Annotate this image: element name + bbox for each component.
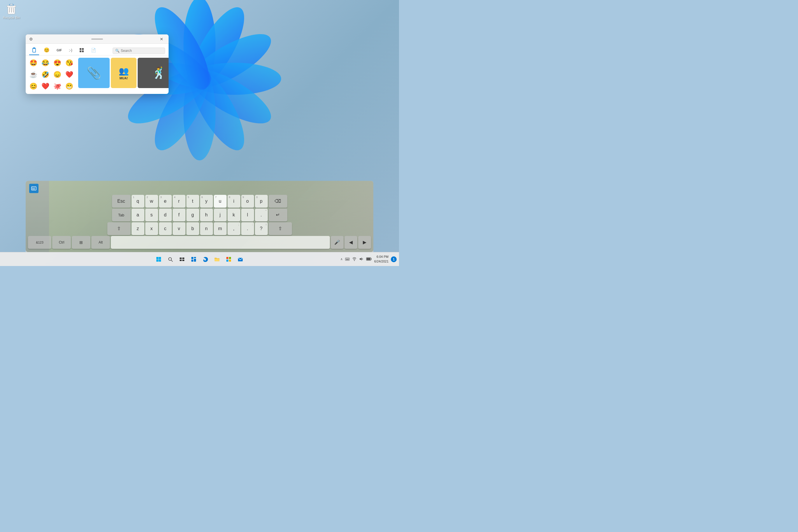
key-m[interactable]: m	[214, 222, 227, 235]
emoji-heart[interactable]: ❤️	[64, 70, 74, 80]
key-w[interactable]: 2w	[145, 195, 158, 208]
key-tab[interactable]: Tab	[112, 209, 131, 221]
key-y[interactable]: 6y	[200, 195, 213, 208]
emoji-rofl[interactable]: 🤣	[40, 70, 51, 80]
key-x[interactable]: x	[145, 222, 158, 235]
key-question[interactable]: ?!	[255, 222, 268, 235]
key-mic[interactable]: 🎤	[331, 236, 344, 249]
search-input[interactable]	[121, 49, 163, 53]
tray-volume[interactable]	[359, 256, 364, 262]
key-i[interactable]: 8i	[228, 195, 240, 208]
emoji-octopus[interactable]: 🐙	[52, 81, 62, 92]
settings-icon[interactable]: ⚙	[29, 37, 33, 41]
svg-rect-31	[156, 259, 159, 262]
panel-tabs: 😊 GIF ;-) 📄 🔍	[26, 44, 169, 55]
key-ctrl[interactable]: Ctrl	[52, 236, 71, 249]
key-h[interactable]: h	[200, 209, 213, 221]
gif-dancing[interactable]: 🕺💃	[138, 58, 169, 88]
taskbar-search[interactable]	[165, 254, 176, 265]
taskbar-task-view[interactable]	[177, 254, 187, 265]
svg-rect-51	[347, 259, 348, 259]
key-d[interactable]: d	[159, 209, 172, 221]
emoji-sad[interactable]: 😞	[52, 70, 62, 80]
key-right-arrow[interactable]: ▶	[358, 236, 371, 249]
tab-kaomoji[interactable]: ;-)	[66, 47, 74, 55]
emoji-kissing[interactable]: 😘	[64, 58, 74, 68]
svg-rect-19	[32, 188, 33, 188]
key-symbols[interactable]: &123	[28, 236, 51, 249]
taskbar-mail[interactable]	[235, 254, 246, 265]
input-panel: ⚙ ✕ 😊 GIF ;-) 📄 🔍	[26, 34, 169, 94]
emoji-section: 🤩 😂 😍 😘 ☕ 🤣 😞 ❤️ 😊 ❤️ 🐙 😁	[26, 55, 77, 94]
recycle-bin-icon	[5, 3, 17, 15]
key-n[interactable]: n	[200, 222, 213, 235]
tray-keyboard[interactable]	[345, 256, 350, 262]
key-s[interactable]: s	[145, 209, 158, 221]
emoji-coffee[interactable]: ☕	[28, 70, 38, 80]
taskbar-edge[interactable]	[200, 254, 211, 265]
key-b[interactable]: b	[186, 222, 199, 235]
search-box[interactable]: 🔍	[113, 48, 165, 54]
tab-symbols[interactable]	[77, 47, 86, 55]
key-z[interactable]: z	[132, 222, 145, 235]
key-j[interactable]: j	[214, 209, 227, 221]
recycle-bin[interactable]: Recycle Bin	[3, 3, 20, 19]
svg-rect-21	[34, 188, 35, 188]
key-o[interactable]: 9o	[241, 195, 254, 208]
tray-show-hidden[interactable]: ∧	[340, 257, 343, 261]
tab-clipboard[interactable]	[29, 46, 39, 55]
svg-point-33	[169, 258, 171, 261]
start-button[interactable]	[153, 254, 164, 265]
tab-emoji[interactable]: 😊	[41, 46, 52, 55]
emoji-smile[interactable]: 😊	[28, 81, 38, 92]
emoji-starstruck[interactable]: 🤩	[28, 58, 38, 68]
key-period-row2[interactable]: ."	[255, 209, 268, 221]
svg-rect-47	[229, 260, 231, 262]
emoji-laughing[interactable]: 😂	[40, 58, 51, 68]
emoji-red-heart[interactable]: ❤️	[40, 81, 51, 92]
taskbar-store[interactable]	[223, 254, 234, 265]
taskbar-file-explorer[interactable]	[212, 254, 222, 265]
key-a[interactable]: a	[132, 209, 145, 221]
key-v[interactable]: v	[173, 222, 186, 235]
emoji-grin[interactable]: 😁	[64, 81, 74, 92]
key-r[interactable]: 4r	[173, 195, 186, 208]
key-u[interactable]: 7u	[214, 195, 227, 208]
svg-rect-50	[346, 259, 346, 259]
key-left-arrow[interactable]: ◀	[344, 236, 357, 249]
key-q[interactable]: 1q	[132, 195, 145, 208]
key-space[interactable]	[111, 236, 330, 249]
gif-minions[interactable]: 👥 MUA!	[111, 58, 136, 88]
key-enter[interactable]: ↵	[269, 209, 287, 221]
key-f[interactable]: f	[173, 209, 186, 221]
svg-rect-53	[346, 259, 349, 260]
key-e[interactable]: 3e	[159, 195, 172, 208]
key-win[interactable]: ⊞	[72, 236, 90, 249]
svg-rect-56	[371, 259, 372, 260]
taskbar-clock[interactable]: 6:04 PM 6/24/2021	[374, 254, 388, 264]
tab-history[interactable]: 📄	[89, 47, 98, 55]
svg-rect-29	[156, 257, 159, 259]
emoji-heart-eyes[interactable]: 😍	[52, 58, 62, 68]
tab-gif[interactable]: GIF	[54, 47, 64, 54]
close-button[interactable]: ✕	[158, 36, 165, 42]
gif-clippit[interactable]: 📎	[78, 58, 110, 88]
key-comma[interactable]: ,;	[228, 222, 240, 235]
key-esc[interactable]: Esc	[112, 195, 131, 208]
key-period[interactable]: .:	[241, 222, 254, 235]
taskbar-widgets[interactable]	[188, 254, 199, 265]
key-backspace[interactable]: ⌫	[269, 195, 287, 208]
key-c[interactable]: c	[159, 222, 172, 235]
key-p[interactable]: 0p	[255, 195, 268, 208]
key-shift-right[interactable]: ⇧	[269, 222, 292, 235]
key-t[interactable]: 5t	[186, 195, 199, 208]
tray-battery[interactable]	[366, 257, 372, 262]
key-alt[interactable]: Alt	[91, 236, 110, 249]
notification-badge[interactable]: 1	[391, 256, 397, 262]
keyboard-mode-icon[interactable]	[29, 184, 38, 193]
key-k[interactable]: k	[228, 209, 240, 221]
key-l[interactable]: l	[241, 209, 254, 221]
tray-wifi[interactable]	[352, 256, 357, 262]
key-shift-left[interactable]: ⇧	[107, 222, 131, 235]
key-g[interactable]: g	[186, 209, 199, 221]
